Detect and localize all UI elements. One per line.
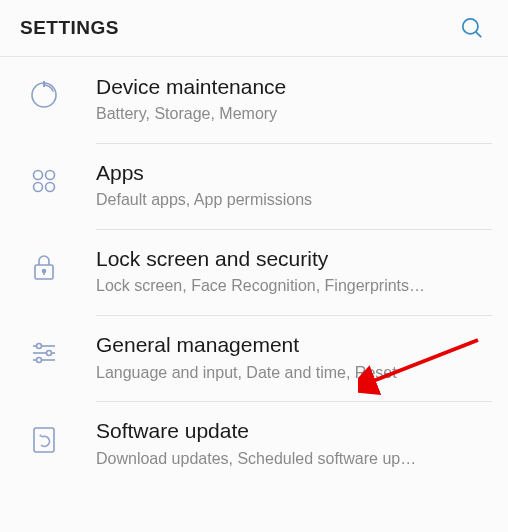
header: SETTINGS [0,0,508,57]
item-title: Lock screen and security [96,245,490,272]
svg-point-14 [47,351,52,356]
svg-point-6 [34,183,43,192]
item-general-management[interactable]: General management Language and input, D… [0,315,508,401]
software-update-icon [18,423,70,455]
item-lock-screen-security[interactable]: Lock screen and security Lock screen, Fa… [0,229,508,315]
svg-point-7 [46,183,55,192]
search-icon [459,15,485,41]
svg-point-5 [46,171,55,180]
sliders-icon [18,337,70,369]
item-title: General management [96,331,490,358]
svg-rect-17 [34,428,54,452]
item-title: Apps [96,159,490,186]
svg-line-1 [476,32,481,37]
svg-point-4 [34,171,43,180]
item-subtitle: Lock screen, Face Recognition, Fingerpri… [96,276,490,297]
apps-icon [18,165,70,197]
item-subtitle: Language and input, Date and time, Reset [96,363,490,384]
svg-point-16 [37,358,42,363]
item-subtitle: Battery, Storage, Memory [96,104,490,125]
item-title: Device maintenance [96,73,490,100]
item-subtitle: Default apps, App permissions [96,190,490,211]
svg-point-0 [463,19,478,34]
item-device-maintenance[interactable]: Device maintenance Battery, Storage, Mem… [0,57,508,143]
item-apps[interactable]: Apps Default apps, App permissions [0,143,508,229]
device-maintenance-icon [18,79,70,111]
svg-point-12 [37,344,42,349]
lock-icon [18,251,70,283]
search-button[interactable] [456,12,488,44]
settings-list: Device maintenance Battery, Storage, Mem… [0,57,508,487]
item-subtitle: Download updates, Scheduled software up… [96,449,490,470]
item-title: Software update [96,417,490,444]
page-title: SETTINGS [20,17,119,39]
item-software-update[interactable]: Software update Download updates, Schedu… [0,401,508,487]
